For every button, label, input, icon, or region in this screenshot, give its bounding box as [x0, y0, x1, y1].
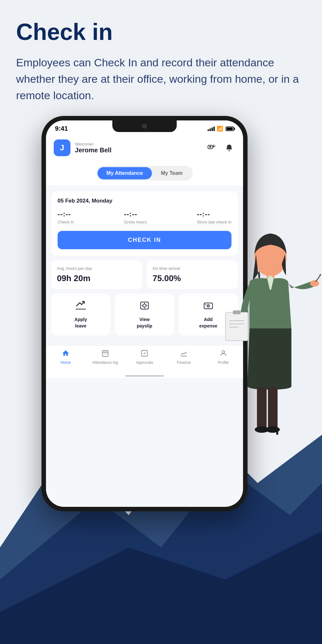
status-icons: 📶 — [208, 126, 234, 132]
svg-point-4 — [209, 146, 211, 148]
header-actions — [206, 142, 235, 154]
phone-camera — [142, 124, 147, 128]
checkin-label: Check in — [58, 220, 74, 224]
nav-home[interactable]: Home — [46, 349, 85, 365]
view-payslip-icon — [139, 300, 150, 313]
home-nav-icon — [62, 349, 70, 359]
app-header: J Welcome! Jerome Bell — [46, 135, 243, 161]
avg-hours-value: 09h 20m — [57, 273, 137, 283]
page-description: Employees can Check In and record their … — [16, 54, 306, 104]
status-time: 9:41 — [55, 125, 68, 132]
since-last-value: --:-- — [197, 210, 210, 218]
svg-rect-35 — [268, 387, 278, 429]
svg-rect-26 — [225, 312, 248, 341]
gross-hours-value: --:-- — [124, 210, 137, 218]
page-title: Check in — [16, 19, 306, 45]
svg-rect-27 — [233, 310, 241, 314]
finance-icon — [180, 349, 188, 359]
welcome-label: Welcome! — [75, 142, 111, 147]
apply-leave-label: Applyleave — [74, 317, 87, 329]
notification-icon[interactable] — [223, 142, 235, 154]
nav-approvals[interactable]: Approvals — [125, 349, 164, 365]
tab-my-attendance[interactable]: My Attendance — [98, 167, 152, 179]
tabs-container: My Attendance My Team — [46, 161, 243, 186]
nav-finance-label: Finance — [177, 360, 191, 365]
svg-point-31 — [310, 280, 319, 287]
avg-hours-card: Avg. hours per day 09h 20m — [51, 260, 142, 289]
nav-approvals-label: Approvals — [136, 360, 153, 365]
gross-hours-label: Gross hours — [124, 220, 147, 224]
nav-home-label: Home — [61, 360, 71, 365]
nav-attendance-log[interactable]: Attendance log — [85, 349, 125, 365]
apply-leave-card[interactable]: Applyleave — [51, 294, 110, 336]
gross-hours-stat: --:-- Gross hours — [124, 210, 147, 224]
wifi-icon: 📶 — [217, 126, 223, 132]
nav-attendance-label: Attendance log — [92, 360, 118, 365]
tabs-inner: My Attendance My Team — [96, 166, 193, 181]
avatar: J — [54, 139, 71, 156]
svg-rect-13 — [102, 351, 108, 356]
svg-marker-33 — [319, 274, 321, 275]
svg-point-7 — [229, 150, 230, 151]
checkin-stat: --:-- Check in — [58, 210, 74, 224]
nav-finance[interactable]: Finance — [164, 349, 204, 365]
signal-icon — [208, 127, 215, 131]
checkin-value: --:-- — [58, 210, 71, 218]
svg-rect-38 — [276, 428, 278, 435]
tab-my-team[interactable]: My Team — [152, 167, 192, 179]
add-team-icon[interactable] — [206, 142, 218, 154]
user-info: J Welcome! Jerome Bell — [54, 139, 111, 156]
attendance-log-icon — [101, 349, 109, 359]
svg-point-9 — [143, 304, 146, 307]
home-bar — [125, 375, 164, 377]
phone-notch — [112, 120, 177, 132]
svg-rect-34 — [257, 387, 267, 429]
view-payslip-label: Viewpayslip — [137, 317, 152, 329]
avg-hours-label: Avg. hours per day — [57, 266, 137, 271]
user-name: Jerome Bell — [75, 147, 111, 154]
approvals-icon — [141, 349, 148, 359]
view-payslip-card[interactable]: Viewpayslip — [115, 294, 174, 336]
current-date: 05 Feb 2024, Monday — [58, 198, 232, 204]
apply-leave-icon — [75, 300, 86, 313]
character-illustration — [200, 219, 322, 451]
user-text: Welcome! Jerome Bell — [75, 142, 111, 154]
battery-icon — [226, 127, 234, 131]
svg-line-32 — [316, 275, 320, 282]
